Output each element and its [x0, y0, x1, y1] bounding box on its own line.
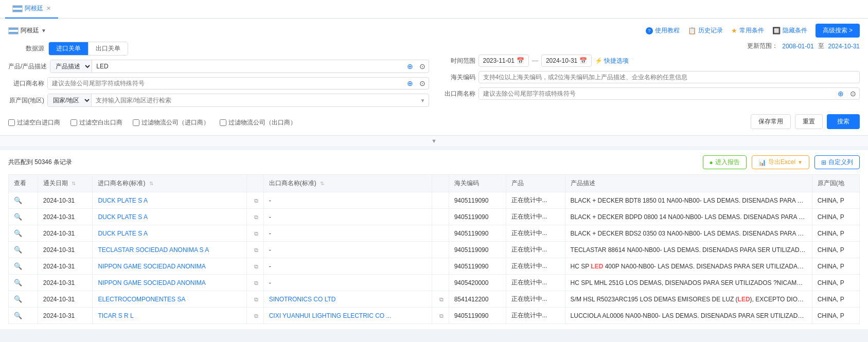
importer-copy-icon[interactable]: ⧉	[254, 263, 258, 269]
header-section: 阿根廷 ▼ ? 使用教程 📋 历史记录 ★ 常用条件 🔲 隐藏条件 高级搜索 >	[0, 19, 868, 136]
tutorial-icon: ?	[646, 27, 653, 34]
cell-description: BLACK + DECKER BDPD 0800 14 NA00-NB00- L…	[565, 209, 812, 225]
view-icon[interactable]: 🔍	[14, 279, 22, 286]
time-to-input[interactable]: 2024-10-31 📅	[541, 55, 592, 67]
cell-exporter[interactable]: CIXI YUANHUI LIGHTING ELECTRIC CO ...	[269, 312, 392, 319]
cell-importer[interactable]: NIPPON GAME SOCIEDAD ANONIMA	[98, 263, 205, 270]
origin-label: 原产国(地区)	[8, 96, 44, 105]
filter-logistics-import-checkbox[interactable]	[133, 119, 139, 126]
tutorial-link[interactable]: ? 使用教程	[646, 26, 680, 35]
product-search-icon[interactable]: ⊙	[416, 62, 429, 70]
excel-button[interactable]: 📊 导出Excel ▼	[752, 155, 809, 169]
col-origin: 原产国(地	[812, 175, 859, 192]
collapse-row[interactable]: ▼	[0, 136, 868, 146]
tab-close-icon[interactable]: ✕	[46, 5, 51, 12]
view-icon[interactable]: 🔍	[14, 246, 22, 254]
argentina-flag-icon	[12, 5, 23, 12]
favorites-label: 常用条件	[739, 26, 764, 35]
hscode-input[interactable]	[479, 71, 860, 83]
importer-copy-icon[interactable]: ⧉	[254, 296, 258, 302]
view-icon[interactable]: 🔍	[14, 213, 22, 221]
hidden-link[interactable]: 🔲 隐藏条件	[772, 26, 807, 35]
cell-origin: CHINA, P	[812, 209, 859, 225]
action-buttons: 保存常用 重置 搜索	[751, 112, 860, 131]
cell-product: 正在统计中...	[506, 242, 565, 258]
cell-importer[interactable]: DUCK PLATE S A	[98, 230, 147, 237]
filter-import-blank-checkbox[interactable]	[8, 119, 15, 126]
tab-argentina[interactable]: 阿根廷 ✕	[5, 0, 58, 19]
tab-import[interactable]: 进口关单	[49, 42, 88, 55]
importer-input[interactable]	[48, 78, 404, 89]
importer-icon-btn[interactable]: ⊕	[404, 79, 416, 87]
cell-origin: CHINA, P	[812, 242, 859, 258]
exporter-search-icon[interactable]: ⊙	[847, 89, 859, 98]
cell-description: S/M HSL R5023ARC195 LOS DEMAS EMISORES D…	[565, 291, 812, 308]
exporter-copy-icon[interactable]: ⧉	[439, 313, 444, 319]
calendar-from-icon: 📅	[517, 57, 524, 64]
cell-importer[interactable]: TECLASTAR SOCIEDAD ANONIMA S A	[98, 246, 209, 254]
cell-exporter: -	[263, 275, 432, 291]
results-count-area: 共匹配到 50346 条记录	[8, 158, 72, 167]
cell-hscode: 8541412200	[449, 291, 506, 308]
filter-import-blank[interactable]: 过滤空白进口商	[8, 118, 60, 127]
time-from-input[interactable]: 2023-11-01 📅	[479, 55, 529, 67]
importer-copy-icon[interactable]: ⧉	[254, 313, 258, 319]
save-button[interactable]: 保存常用	[751, 114, 791, 129]
importer-copy-icon[interactable]: ⧉	[254, 230, 258, 237]
cell-importer[interactable]: DUCK PLATE S A	[98, 213, 147, 221]
importer-copy-icon[interactable]: ⧉	[254, 197, 258, 204]
importer-copy-icon[interactable]: ⧉	[254, 247, 258, 253]
favorites-link[interactable]: ★ 常用条件	[731, 26, 764, 35]
country-selector[interactable]: 阿根廷 ▼	[8, 26, 46, 35]
exporter-copy-icon[interactable]: ⧉	[439, 296, 444, 302]
history-link[interactable]: 📋 历史记录	[688, 26, 723, 35]
cell-exporter[interactable]: SINOTRONICS CO LTD	[269, 296, 336, 303]
view-icon[interactable]: 🔍	[14, 312, 22, 319]
origin-prefix-select[interactable]: 国家/地区	[48, 94, 92, 106]
cell-product: 正在统计中...	[506, 209, 565, 225]
col-date[interactable]: 通关日期 ⇅	[38, 175, 93, 192]
excel-dropdown-icon[interactable]: ▼	[798, 159, 803, 165]
exporter-input[interactable]	[479, 88, 835, 99]
importer-search-icon[interactable]: ⊙	[416, 79, 429, 87]
reset-button[interactable]: 重置	[795, 114, 823, 129]
cell-importer[interactable]: ELECTROCOMPONENTES SA	[98, 296, 185, 303]
col-exporter[interactable]: 出口商名称(标准) ⇅	[263, 175, 432, 192]
product-input[interactable]	[92, 61, 403, 72]
quick-options-label: 快捷选项	[604, 57, 629, 65]
search-button[interactable]: 搜索	[827, 114, 860, 129]
origin-chevron-icon[interactable]: ▼	[417, 98, 429, 103]
cell-importer[interactable]: TICAR S R L	[98, 312, 133, 319]
date-update-row: 更新范围： 2008-01-01 至 2024-10-31	[439, 42, 860, 50]
cell-importer[interactable]: NIPPON GAME SOCIEDAD ANONIMA	[98, 279, 205, 286]
cell-hscode: 9405420000	[449, 275, 506, 291]
importer-copy-icon[interactable]: ⧉	[254, 280, 258, 286]
filter-logistics-export-checkbox[interactable]	[220, 119, 226, 126]
product-prefix-select[interactable]: 产品描述	[50, 60, 92, 73]
filter-export-blank-checkbox[interactable]	[70, 119, 77, 126]
cell-description: BLACK + DECKER BDS2 0350 03 NA00-NB00- L…	[565, 225, 812, 242]
view-icon[interactable]: 🔍	[14, 229, 22, 237]
country-flag-icon	[8, 27, 19, 34]
customize-button[interactable]: ⊞ 自定义列	[814, 155, 860, 169]
filter-export-blank[interactable]: 过滤空白出口商	[70, 118, 122, 127]
filter-logistics-export[interactable]: 过滤物流公司（出口商）	[220, 118, 296, 127]
advanced-search-button[interactable]: 高级搜索 >	[816, 24, 860, 38]
report-button[interactable]: ● 进入报告	[703, 155, 747, 169]
cell-importer[interactable]: DUCK PLATE S A	[98, 197, 147, 204]
view-icon[interactable]: 🔍	[14, 196, 22, 204]
filter-logistics-import[interactable]: 过滤物流公司（进口商）	[133, 118, 209, 127]
table-header-row: 查看 通关日期 ⇅ 进口商名称(标准) ⇅ 出口商名称(标准) ⇅ 海关编码 产…	[9, 175, 860, 192]
view-icon[interactable]: 🔍	[14, 295, 22, 303]
cell-date: 2024-10-31	[38, 308, 93, 324]
filter-export-blank-label: 过滤空白出口商	[79, 118, 122, 127]
origin-input[interactable]	[92, 95, 417, 106]
quick-options-link[interactable]: ⚡ 快捷选项	[595, 57, 629, 65]
col-importer[interactable]: 进口商名称(标准) ⇅	[93, 175, 246, 192]
tab-export[interactable]: 出口关单	[88, 42, 128, 55]
cell-origin: CHINA, P	[812, 308, 859, 324]
importer-copy-icon[interactable]: ⧉	[254, 214, 258, 220]
exporter-icon-btn[interactable]: ⊕	[835, 89, 847, 98]
product-icon-btn[interactable]: ⊕	[404, 62, 416, 70]
view-icon[interactable]: 🔍	[14, 262, 22, 270]
